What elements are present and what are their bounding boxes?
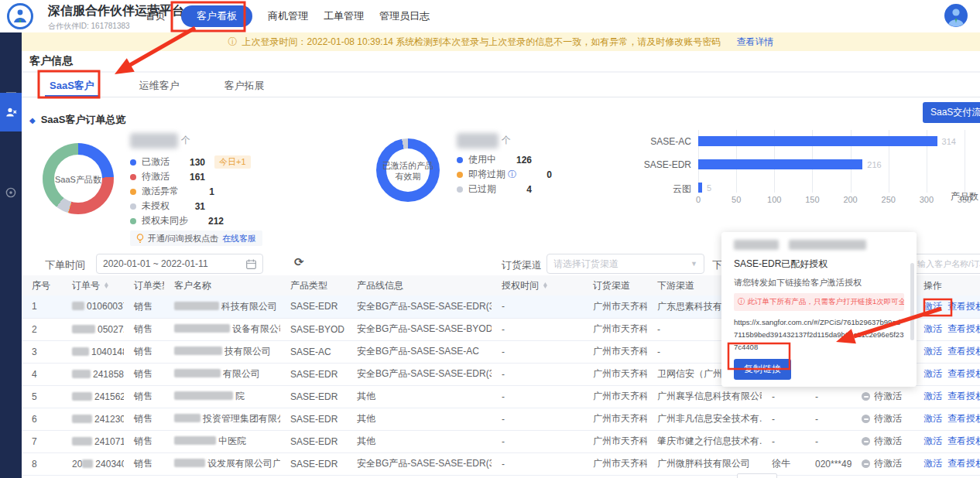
op-link-激活[interactable]: 激活	[923, 458, 942, 469]
page-title: 客户信息	[29, 54, 73, 68]
cell-operations[interactable]: 激活查看授权	[913, 430, 980, 452]
table-row[interactable]: 6241230销售投资管理集团有限公司SASE-EDR其他-广州市天齐科技...…	[22, 408, 980, 430]
activation-link-text[interactable]: https://x.sangfor.com.cn/#/ZPCiS/761b296…	[734, 316, 904, 353]
op-link-激活[interactable]: 激活	[923, 368, 942, 379]
cell-customer-name: 技有限公司	[164, 340, 280, 363]
avatar[interactable]	[944, 4, 968, 29]
column-header-客户名称: 客户名称	[164, 275, 280, 295]
column-header-订单号[interactable]: 订单号▲▼	[62, 275, 124, 295]
op-link-激活[interactable]: 激活	[923, 323, 942, 334]
cell-operations[interactable]: 激活查看授权	[913, 363, 980, 385]
cell-operations[interactable]: 激活查看授权	[913, 340, 980, 363]
sort-icon[interactable]: ▲▼	[543, 282, 548, 289]
table-row[interactable]: 5241562销售院SASE-EDR其他-广州市天齐科技...广州襄孚信息科技有…	[22, 385, 980, 408]
legend-label: 激活异常	[142, 185, 179, 198]
legend-dot	[130, 189, 136, 195]
tab-ops-customer[interactable]: 运维客户	[135, 73, 184, 97]
sangfor-logo-icon	[6, 2, 34, 32]
dashboard-icon[interactable]	[0, 187, 22, 198]
nav-item-首页[interactable]: 首页	[146, 9, 166, 23]
cell-operations[interactable]: 激活查看授权	[913, 452, 980, 475]
op-link-查看授权[interactable]: 查看授权	[947, 435, 980, 446]
cell-auth-time: -	[492, 385, 583, 408]
cell-downstream-channel: 肇庆市健之行信息技术有...	[647, 430, 762, 452]
cell-operations[interactable]: 激活查看授权	[913, 318, 980, 340]
column-header-产品线信息: 产品线信息	[347, 275, 492, 295]
today-badge: 今日+1	[214, 155, 251, 169]
copy-link-button[interactable]: 复制链接	[734, 359, 791, 380]
column-header-授权时间[interactable]: 授权时间▲▼	[492, 275, 583, 295]
op-link-查看授权[interactable]: 查看授权	[947, 391, 980, 401]
op-link-激活[interactable]: 激活	[923, 435, 942, 446]
bulb-icon	[136, 234, 144, 244]
nav-item-管理员日志[interactable]: 管理员日志	[379, 9, 430, 23]
cell-operations[interactable]: 激活查看授权	[913, 295, 980, 318]
cell-operations[interactable]: 激活查看授权	[913, 385, 980, 408]
cell-product-type: SASE-EDR	[280, 408, 347, 430]
cell-customer-name: 中医院	[164, 430, 280, 452]
legend-item: 激活异常1	[130, 184, 285, 199]
legend-item: 使用中126	[457, 152, 573, 167]
cell-phone: 020***4927	[805, 452, 852, 475]
notice-detail-link[interactable]: 查看详情	[736, 36, 773, 49]
table-row[interactable]: 820240340销售设发展有限公司广韶分...SASE-EDR安全BG产品-S…	[22, 452, 980, 475]
cell-operations[interactable]: 激活查看授权	[913, 408, 980, 430]
tab-customer-expand[interactable]: 客户拓展	[220, 73, 269, 97]
legend-item: 授权未同步212	[130, 213, 285, 228]
login-notice-bar: ⓘ 上次登录时间：2022-01-08 10:39:14 系统检测到本次登录与上…	[22, 32, 980, 51]
tab-saas-customer[interactable]: SaaS客户	[45, 73, 99, 97]
search-input[interactable]: 输入客户名称/订单号	[912, 254, 980, 274]
status-text: 待激活	[874, 413, 902, 424]
online-support-link[interactable]: 在线客服	[222, 233, 256, 244]
cell-auth-time: -	[492, 452, 583, 475]
customers-nav-active[interactable]	[0, 93, 22, 131]
cell-phone: -	[805, 408, 852, 430]
cell-customer-name: 院	[164, 385, 280, 408]
nav-item-商机管理[interactable]: 商机管理	[268, 9, 308, 23]
cell-product-type: SASE-AC	[280, 340, 347, 363]
cell-product-line: 安全BG产品-SASE-SASE-EDR(3.5.10...	[347, 452, 492, 475]
op-link-查看授权[interactable]: 查看授权	[947, 458, 980, 469]
sort-icon[interactable]: ▲▼	[104, 282, 109, 289]
popup-scrollbar[interactable]	[910, 263, 914, 340]
op-link-查看授权[interactable]: 查看授权	[947, 301, 980, 312]
cell-index: 2	[22, 318, 62, 340]
cell-customer-name: 有限公司	[164, 363, 280, 385]
bar-value-label: 216	[867, 160, 881, 169]
cell-index: 3	[22, 340, 62, 363]
person-icon	[5, 107, 17, 118]
op-link-查看授权[interactable]: 查看授权	[947, 413, 980, 424]
legend-label: 未授权	[142, 200, 170, 213]
chevron-down-icon: ▼	[690, 260, 697, 268]
pagination-control[interactable]	[737, 473, 777, 478]
table-row[interactable]: 7241071销售中医院SASE-EDR其他-广州市天齐科技...肇庆市健之行信…	[22, 430, 980, 452]
customer-tabs: SaaS客户 运维客户 客户拓展	[22, 73, 980, 97]
nav-item-客户看板[interactable]: 客户看板	[181, 5, 252, 27]
status-icon	[862, 392, 870, 401]
cell-product-line: 安全BG产品-SASE-SASE-AC	[347, 340, 492, 363]
op-link-激活[interactable]: 激活	[923, 391, 942, 401]
bar[interactable]	[698, 183, 702, 193]
bar[interactable]	[698, 136, 937, 146]
op-link-激活[interactable]: 激活	[923, 301, 942, 312]
saas-delivery-guide-button[interactable]: SaaS交付流程指	[923, 102, 980, 123]
x-tick-label: 250	[877, 195, 900, 204]
info-icon[interactable]: ⓘ	[508, 169, 516, 180]
op-link-查看授权[interactable]: 查看授权	[947, 368, 980, 379]
cell-auth-time: -	[492, 363, 583, 385]
nav-item-工单管理[interactable]: 工单管理	[324, 9, 364, 23]
op-link-查看授权[interactable]: 查看授权	[947, 346, 980, 357]
cell-phone: -	[805, 385, 852, 408]
bar[interactable]	[698, 159, 862, 169]
cell-customer-name: 设备有限公司	[164, 318, 280, 340]
cell-order-channel: 广州市天齐科技...	[583, 385, 647, 408]
op-link-查看授权[interactable]: 查看授权	[947, 323, 980, 334]
op-link-激活[interactable]: 激活	[923, 413, 942, 424]
cell-order-type: 销售	[124, 340, 164, 363]
refresh-icon[interactable]: ⟳	[294, 255, 304, 269]
op-link-激活[interactable]: 激活	[923, 346, 942, 357]
status-icon	[862, 459, 870, 468]
order-channel-select[interactable]: 请选择订货渠道 ▼	[547, 254, 704, 274]
status-text: 待激活	[874, 435, 902, 446]
date-range-input[interactable]: 2020-01-01 ~ 2022-01-11	[96, 254, 263, 274]
